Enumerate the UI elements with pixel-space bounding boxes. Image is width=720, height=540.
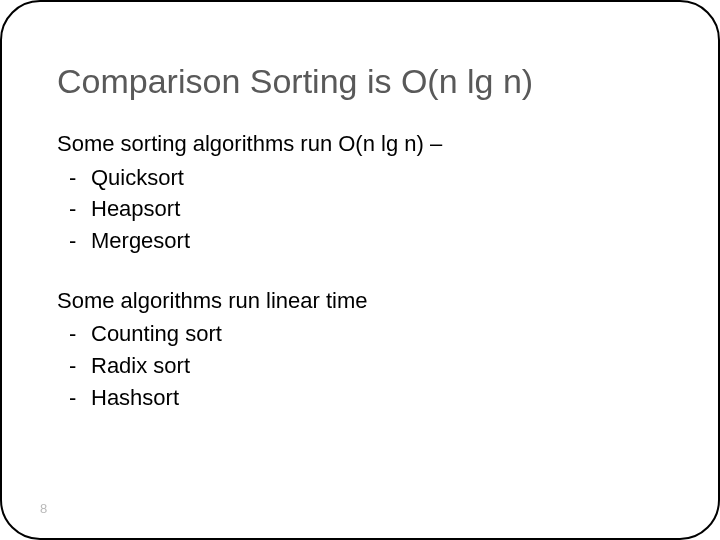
list-item: Hashsort: [57, 383, 668, 413]
list-item: Mergesort: [57, 226, 668, 256]
slide-title: Comparison Sorting is O(n lg n): [57, 62, 668, 101]
slide-frame: Comparison Sorting is O(n lg n) Some sor…: [0, 0, 720, 540]
list-item: Radix sort: [57, 351, 668, 381]
page-number: 8: [40, 501, 47, 516]
list-item: Heapsort: [57, 194, 668, 224]
section1-list: Quicksort Heapsort Mergesort: [57, 163, 668, 256]
slide-body: Some sorting algorithms run O(n lg n) – …: [57, 129, 668, 413]
section2-list: Counting sort Radix sort Hashsort: [57, 319, 668, 412]
section2-intro: Some algorithms run linear time: [57, 286, 668, 316]
list-item: Counting sort: [57, 319, 668, 349]
section1-intro: Some sorting algorithms run O(n lg n) –: [57, 129, 668, 159]
list-item: Quicksort: [57, 163, 668, 193]
